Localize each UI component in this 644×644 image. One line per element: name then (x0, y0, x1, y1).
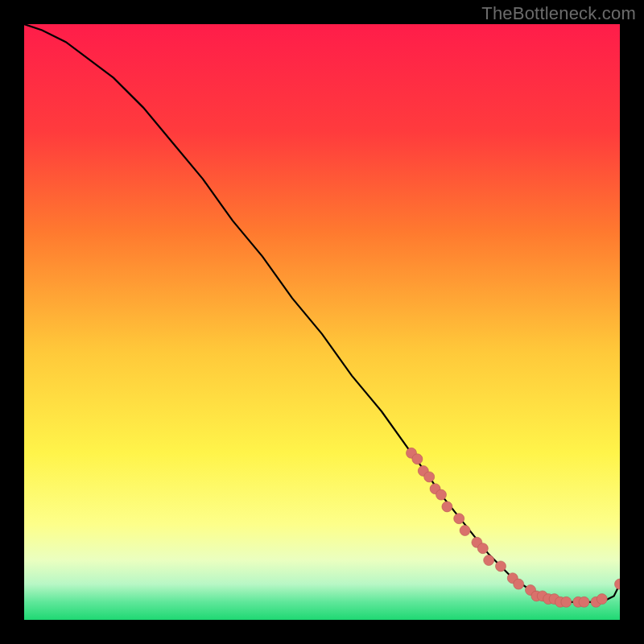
highlight-point (514, 579, 524, 589)
chart-stage: TheBottleneck.com (0, 0, 644, 644)
highlight-point (477, 543, 488, 554)
highlight-point (442, 502, 452, 512)
highlight-point (484, 555, 494, 566)
watermark-text: TheBottleneck.com (481, 3, 636, 24)
chart-svg (24, 24, 620, 620)
highlight-point (496, 561, 506, 572)
highlight-point (597, 594, 607, 605)
gradient-background (24, 24, 620, 620)
highlight-point (579, 597, 589, 607)
highlight-point (454, 514, 464, 524)
highlight-point (436, 489, 447, 500)
highlight-point (412, 454, 423, 464)
highlight-point (460, 526, 470, 536)
highlight-point (561, 597, 572, 607)
plot-area (24, 24, 620, 620)
highlight-point (424, 472, 435, 482)
